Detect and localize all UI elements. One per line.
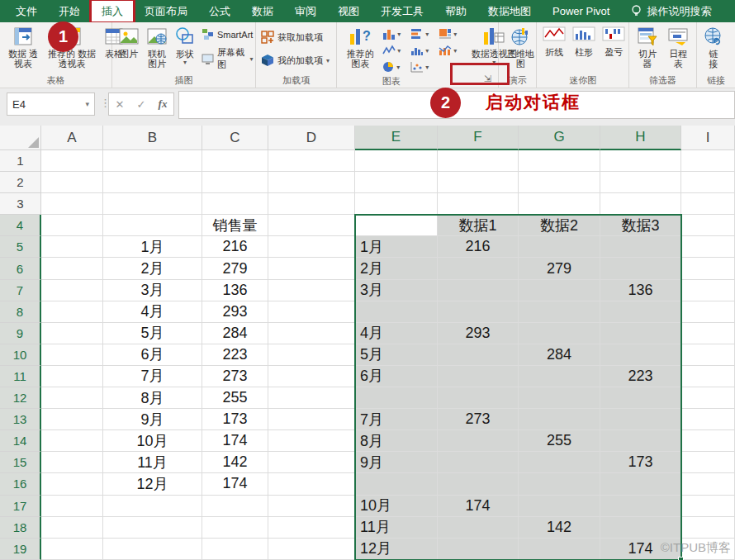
- cell-A16[interactable]: [41, 473, 103, 495]
- row-header-16[interactable]: 16: [0, 473, 41, 495]
- cell-H9[interactable]: [600, 323, 681, 344]
- insert-function-button[interactable]: fx: [159, 97, 168, 111]
- slicer-button[interactable]: 切片器: [632, 24, 662, 70]
- cell-H15[interactable]: 173: [600, 452, 681, 473]
- column-header-I[interactable]: I: [681, 126, 735, 150]
- row-header-13[interactable]: 13: [0, 409, 41, 430]
- cell-I9[interactable]: [681, 323, 735, 344]
- cell-G6[interactable]: 279: [519, 258, 600, 279]
- cell-B18[interactable]: [103, 517, 202, 539]
- cell-G12[interactable]: [519, 387, 600, 409]
- row-header-8[interactable]: 8: [0, 301, 41, 323]
- insert-statistic-chart-button[interactable]: ▾: [409, 42, 437, 59]
- sparkline-line-button[interactable]: 折线: [539, 24, 569, 59]
- cell-E1[interactable]: [355, 150, 438, 172]
- row-header-19[interactable]: 19: [0, 539, 41, 560]
- cell-G13[interactable]: [519, 409, 600, 430]
- row-header-17[interactable]: 17: [0, 496, 41, 517]
- column-header-G[interactable]: G: [519, 126, 600, 150]
- cell-B13[interactable]: 9月: [103, 409, 202, 430]
- cell-I3[interactable]: [681, 193, 735, 215]
- cell-G15[interactable]: [519, 452, 600, 473]
- column-header-A[interactable]: A: [41, 126, 103, 150]
- cell-C13[interactable]: 173: [202, 409, 268, 430]
- cell-E12[interactable]: [355, 387, 438, 409]
- cell-B14[interactable]: 10月: [103, 430, 202, 452]
- cell-B2[interactable]: [103, 172, 202, 193]
- cell-D13[interactable]: [268, 409, 355, 430]
- cell-H18[interactable]: [600, 517, 681, 539]
- row-header-2[interactable]: 2: [0, 172, 41, 193]
- cell-I4[interactable]: [681, 215, 735, 236]
- cell-I1[interactable]: [681, 150, 735, 172]
- recommended-charts-button[interactable]: ? 推荐的 图表: [339, 24, 381, 70]
- cell-D16[interactable]: [268, 473, 355, 495]
- insert-line-chart-button[interactable]: ▾: [381, 42, 409, 59]
- cell-E8[interactable]: [355, 301, 438, 323]
- column-header-C[interactable]: C: [202, 126, 268, 150]
- cell-B5[interactable]: 1月: [103, 236, 202, 258]
- cell-D4[interactable]: [268, 215, 355, 236]
- column-header-D[interactable]: D: [268, 126, 355, 150]
- cell-A11[interactable]: [41, 366, 103, 387]
- cell-H2[interactable]: [600, 172, 681, 193]
- cell-B15[interactable]: 11月: [103, 452, 202, 473]
- cell-F8[interactable]: [438, 301, 519, 323]
- cell-C1[interactable]: [202, 150, 268, 172]
- timeline-button[interactable]: 日程表: [663, 24, 694, 70]
- cell-D8[interactable]: [268, 301, 355, 323]
- cell-B4[interactable]: [103, 215, 202, 236]
- cell-F15[interactable]: [438, 452, 519, 473]
- column-header-H[interactable]: H: [600, 126, 681, 150]
- cell-G14[interactable]: 255: [519, 430, 600, 452]
- cell-C15[interactable]: 142: [202, 452, 268, 473]
- cell-E10[interactable]: 5月: [355, 344, 438, 366]
- cell-F2[interactable]: [438, 172, 519, 193]
- cell-A5[interactable]: [41, 236, 103, 258]
- cell-B8[interactable]: 4月: [103, 301, 202, 323]
- row-header-18[interactable]: 18: [0, 517, 41, 539]
- cell-E13[interactable]: 7月: [355, 409, 438, 430]
- cell-E16[interactable]: [355, 473, 438, 495]
- cell-D11[interactable]: [268, 366, 355, 387]
- tab-index-4[interactable]: 公式: [198, 0, 241, 22]
- cell-A6[interactable]: [41, 258, 103, 279]
- my-addins-button[interactable]: 我的加载项 ▾: [258, 52, 332, 69]
- row-header-12[interactable]: 12: [0, 387, 41, 409]
- cell-E14[interactable]: 8月: [355, 430, 438, 452]
- cell-F7[interactable]: [438, 280, 519, 301]
- sparkline-winloss-button[interactable]: 盈亏: [599, 24, 628, 59]
- charts-dialog-launcher[interactable]: ⇲: [484, 74, 491, 84]
- pivotchart-button[interactable]: 数据透视图 ▾: [465, 24, 523, 68]
- cell-E4[interactable]: [355, 215, 438, 236]
- cell-I15[interactable]: [681, 452, 735, 473]
- cell-C6[interactable]: 279: [202, 258, 268, 279]
- column-header-B[interactable]: B: [103, 126, 202, 150]
- tab-index-2[interactable]: 插入: [91, 0, 134, 22]
- cell-B6[interactable]: 2月: [103, 258, 202, 279]
- cell-D14[interactable]: [268, 430, 355, 452]
- cell-C4[interactable]: 销售量: [202, 215, 268, 236]
- cell-C17[interactable]: [202, 496, 268, 517]
- insert-bar-chart-button[interactable]: ▾: [409, 26, 437, 42]
- cell-H3[interactable]: [600, 193, 681, 215]
- cell-D7[interactable]: [268, 280, 355, 301]
- cell-B7[interactable]: 3月: [103, 280, 202, 301]
- cell-C7[interactable]: 136: [202, 280, 268, 301]
- cell-D17[interactable]: [268, 496, 355, 517]
- tab-index-12[interactable]: 操作说明搜索: [620, 0, 722, 22]
- shapes-button[interactable]: 形状 ▾: [171, 24, 199, 68]
- insert-column-chart-button[interactable]: ▾: [381, 26, 409, 42]
- cell-H7[interactable]: 136: [600, 280, 681, 301]
- cell-E11[interactable]: 6月: [355, 366, 438, 387]
- cell-F9[interactable]: 293: [438, 323, 519, 344]
- cell-G18[interactable]: 142: [519, 517, 600, 539]
- link-button[interactable]: 链 接: [699, 24, 728, 70]
- cell-H10[interactable]: [600, 344, 681, 366]
- cell-C14[interactable]: 174: [202, 430, 268, 452]
- cell-A17[interactable]: [41, 496, 103, 517]
- tab-index-0[interactable]: 文件: [5, 0, 48, 22]
- row-header-11[interactable]: 11: [0, 366, 41, 387]
- cell-I12[interactable]: [681, 387, 735, 409]
- cell-C10[interactable]: 223: [202, 344, 268, 366]
